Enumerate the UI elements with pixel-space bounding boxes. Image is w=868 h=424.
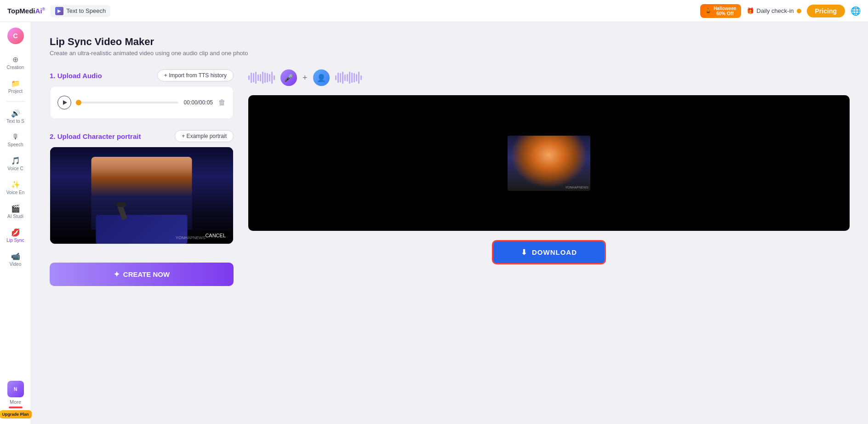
sidebar-item-speech[interactable]: 🎙 Speech [0, 129, 31, 151]
tts-label: Text to Speech [66, 7, 106, 14]
download-btn-label: DOWNLOAD [532, 248, 577, 256]
wbar [344, 74, 346, 81]
sidebar-video-label: Video [10, 262, 21, 267]
page-subtitle: Create an ultra-realistic animated video… [50, 50, 850, 57]
voice-enhance-icon: ✨ [11, 180, 20, 189]
header: TopMediAi® ▶ Text to Speech 🎃 Halloween6… [0, 0, 868, 22]
waveform-row: 🎤 + 👤 [248, 69, 850, 86]
wbar [342, 72, 343, 84]
wbar [356, 74, 357, 81]
mic-circle: 🎤 [280, 69, 297, 86]
sidebar-ai-studio-label: AI Studi [7, 214, 23, 219]
sidebar-tts-label: Text to S [6, 119, 24, 124]
sidebar-item-project[interactable]: 📁 Project [0, 75, 31, 97]
sidebar-item-tts[interactable]: 🔊 Text to S [0, 105, 31, 127]
tts-nav-icon: 🔊 [11, 109, 20, 118]
sidebar-bottom: N More Upgrade Plan [0, 381, 31, 424]
sidebar-lip-sync-label: Lip Sync [6, 238, 24, 243]
wbar [360, 75, 362, 80]
video-preview: YONHAPNEWS [248, 95, 850, 231]
sidebar-item-creation[interactable]: ⊕ Creation [0, 52, 31, 74]
audio-section-title: 1. Upload Audio [50, 72, 102, 80]
wbar [253, 73, 254, 82]
progress-thumb [76, 100, 81, 105]
wbar [274, 75, 275, 80]
sidebar-item-lip-sync[interactable]: 💋 Lip Sync [0, 224, 31, 246]
wbar [262, 72, 263, 84]
wbar [251, 73, 252, 83]
create-btn-label: CREATE NOW [123, 270, 170, 278]
cancel-badge[interactable]: CANCEL [201, 231, 229, 240]
avatar-wrap: C [7, 28, 24, 46]
wbar [337, 73, 339, 83]
logo-text: TopMediAi® [7, 7, 45, 15]
wbar [264, 73, 266, 83]
new-badge[interactable]: N [7, 381, 24, 397]
download-button[interactable]: ⬇ DOWNLOAD [492, 240, 606, 264]
user-avatar[interactable]: C [7, 28, 24, 44]
wbar [271, 72, 273, 84]
plus-sign: + [303, 73, 308, 83]
page-title: Lip Sync Video Maker [50, 36, 850, 48]
wbar [358, 72, 360, 84]
download-icon: ⬇ [521, 248, 527, 257]
tts-icon: ▶ [55, 7, 63, 15]
pricing-button[interactable]: Pricing [807, 5, 845, 17]
logo: TopMediAi® [7, 7, 45, 15]
portrait-section-header: 2. Upload Character portrait + Example p… [50, 130, 234, 142]
video-thumbnail: YONHAPNEWS [508, 136, 590, 191]
example-portrait-button[interactable]: + Example portrait [175, 130, 234, 142]
upload-audio-section: 1. Upload Audio + Import from TTS histor… [50, 69, 234, 119]
wbar [351, 73, 353, 83]
portrait-upload: CANCEL YONHAPNEWS [50, 147, 234, 244]
create-now-button[interactable]: ✦ CREATE NOW [50, 263, 234, 286]
avatar-letter: C [13, 32, 17, 40]
content-grid: 1. Upload Audio + Import from TTS histor… [50, 69, 850, 286]
wbar [260, 74, 261, 81]
sidebar-more-label[interactable]: More [10, 399, 21, 405]
download-btn-wrap: ⬇ DOWNLOAD [248, 240, 850, 264]
audio-player: 00:00/00:05 🗑 [50, 86, 234, 119]
halloween-button[interactable]: 🎃 Halloween60% Off [700, 4, 741, 18]
halloween-label: Halloween60% Off [714, 6, 736, 16]
import-tts-button[interactable]: + Import from TTS history [157, 69, 234, 81]
sidebar-item-voice-enhance[interactable]: ✨ Voice En [0, 177, 31, 199]
daily-checkin-button[interactable]: 🎁 Daily check-in [747, 7, 801, 14]
right-panel: 🎤 + 👤 [248, 69, 850, 286]
portrait-section-title: 2. Upload Character portrait [50, 132, 141, 140]
delete-audio-button[interactable]: 🗑 [218, 98, 226, 107]
sparkle-icon: ✦ [114, 270, 120, 279]
yonhap-watermark: YONHAPNEWS [176, 235, 206, 240]
play-icon [63, 100, 67, 105]
sidebar-item-video[interactable]: 📹 Video [0, 248, 31, 270]
sidebar-item-ai-studio[interactable]: 🎬 AI Studi [0, 201, 31, 223]
sidebar: C ⊕ Creation 📁 Project 🔊 Text to S 🎙 Spe… [0, 22, 31, 424]
lip-sync-icon: 💋 [11, 228, 20, 237]
wbar [354, 73, 355, 82]
wbar [347, 74, 348, 81]
upgrade-plan-button[interactable]: Upgrade Plan [0, 410, 32, 418]
tts-badge[interactable]: ▶ Text to Speech [51, 5, 110, 17]
audio-section-header: 1. Upload Audio + Import from TTS histor… [50, 69, 234, 81]
upload-portrait-section: 2. Upload Character portrait + Example p… [50, 130, 234, 244]
left-panel: 1. Upload Audio + Import from TTS histor… [50, 69, 234, 286]
waveform-right [335, 71, 362, 84]
sidebar-voice-enhance-label: Voice En [6, 190, 24, 195]
voice-clone-icon: 🎵 [11, 156, 20, 165]
wbar [269, 74, 270, 81]
wbar [248, 75, 250, 80]
ai-studio-icon: 🎬 [11, 204, 20, 213]
audio-progress-bar[interactable] [77, 102, 178, 103]
video-person-image [508, 136, 590, 191]
play-button[interactable] [57, 96, 71, 109]
speech-icon: 🎙 [12, 133, 19, 141]
globe-icon[interactable]: 🌐 [851, 6, 861, 16]
sidebar-voice-clone-label: Voice C [7, 166, 23, 171]
checkin-dot [797, 9, 801, 13]
upgrade-progress-bar [9, 407, 23, 408]
video-icon: 📹 [11, 252, 20, 261]
sidebar-project-label: Project [8, 89, 23, 94]
wbar [335, 75, 337, 80]
sidebar-item-voice-clone[interactable]: 🎵 Voice C [0, 153, 31, 175]
audio-progress-fill [77, 102, 79, 103]
